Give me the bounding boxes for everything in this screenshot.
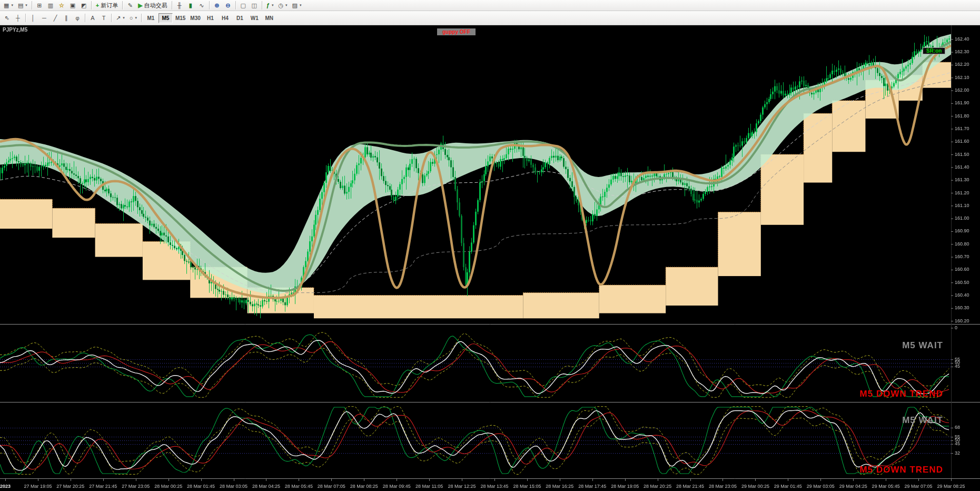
terminal-icon: ▣ xyxy=(70,3,75,8)
text-button[interactable]: A xyxy=(87,13,98,23)
horizontal-line-icon: ─ xyxy=(42,15,46,21)
data-window-icon: ▥ xyxy=(48,3,53,8)
dropdown-arrow-icon: ▾ xyxy=(25,3,27,7)
cursor-icon: ⇖ xyxy=(4,15,9,21)
periods-button[interactable]: ◷▾ xyxy=(276,1,289,10)
indicator2-wait-label: M5 WAIT xyxy=(902,415,943,426)
toolbar-separator xyxy=(209,1,210,9)
templates-icon: ▨ xyxy=(292,3,298,8)
bar-chart-button[interactable]: ╫ xyxy=(174,1,185,10)
metaeditor-button[interactable]: ✎ xyxy=(125,1,135,10)
chart-window: PJPYz,M5 guppy OFF SR:on M5 WAIT M5 DOWN… xyxy=(0,25,980,491)
toolbar-main: ▦▾▤▾⊞▥☆▣◩+新订单✎▶自动交易╫▮∿⊕⊖▢◫ƒ▾◷▾▨▾ xyxy=(0,0,980,11)
symbol-period-label: PJPYz,M5 xyxy=(3,27,27,33)
new-chart-button[interactable]: ▦▾ xyxy=(2,1,15,10)
indicators-icon: ƒ xyxy=(266,3,270,8)
bar-chart-icon: ╫ xyxy=(177,3,182,8)
toolbar-separator xyxy=(25,14,26,22)
dropdown-arrow-icon: ▾ xyxy=(135,16,137,20)
tile-windows-icon: ▢ xyxy=(241,3,246,8)
toolbar-separator xyxy=(91,1,92,9)
horizontal-line-button[interactable]: ─ xyxy=(39,13,50,23)
indicators-button[interactable]: ƒ▾ xyxy=(264,1,276,10)
candlestick-chart-button[interactable]: ▮ xyxy=(185,1,196,10)
autotrading-icon: ▶ xyxy=(138,3,142,8)
timeframe-h4-button[interactable]: H4 xyxy=(218,13,232,23)
dropdown-arrow-icon: ▾ xyxy=(11,3,13,7)
shape-tools-button[interactable]: ○▾ xyxy=(127,13,139,23)
guppy-toggle-badge[interactable]: guppy OFF xyxy=(437,28,476,35)
new-order-label: 新订单 xyxy=(101,2,118,9)
profiles-button[interactable]: ▤▾ xyxy=(16,1,29,10)
zoom-in-button[interactable]: ⊕ xyxy=(212,1,222,10)
crosshair-icon: ┼ xyxy=(16,15,20,21)
dropdown-arrow-icon: ▾ xyxy=(272,3,274,7)
toolbar-separator xyxy=(111,14,112,22)
cursor-button[interactable]: ⇖ xyxy=(2,13,12,23)
metaeditor-icon: ✎ xyxy=(128,3,133,8)
timeframe-mn-button[interactable]: MN xyxy=(262,13,276,23)
zoom-out-icon: ⊖ xyxy=(225,3,230,8)
timeframe-m5-button[interactable]: M5 xyxy=(159,13,173,23)
toolbar-separator xyxy=(262,1,262,9)
autotrading-button[interactable]: ▶自动交易 xyxy=(136,1,169,10)
new-order-button[interactable]: +新订单 xyxy=(94,1,120,10)
trendline-button[interactable]: ╱ xyxy=(50,13,61,23)
indicator1-trend-label: M5 DOWN TREND xyxy=(860,389,943,399)
toolbar-drawing-timeframes: ⇖┼│─╱∥φAT↗▾○▾ M1M5M15M30H1H4D1W1MN xyxy=(0,11,980,25)
toolbar-separator xyxy=(85,14,85,22)
profiles-icon: ▤ xyxy=(18,3,23,8)
dropdown-arrow-icon: ▾ xyxy=(300,3,302,7)
timeframe-m15-button[interactable]: M15 xyxy=(173,13,187,23)
data-window-button[interactable]: ▥ xyxy=(45,1,56,10)
drawing-toolbar: ⇖┼│─╱∥φAT↗▾○▾ xyxy=(2,11,143,25)
tile-windows-button[interactable]: ▢ xyxy=(238,1,249,10)
cascade-windows-icon: ◫ xyxy=(252,3,257,8)
toolbar-separator xyxy=(172,1,172,9)
arrow-tools-icon: ↗ xyxy=(116,15,121,21)
timeframe-d1-button[interactable]: D1 xyxy=(233,13,247,23)
strategy-tester-icon: ◩ xyxy=(81,3,86,8)
toolbar-separator xyxy=(122,1,123,9)
line-chart-button[interactable]: ∿ xyxy=(196,1,207,10)
mt4-window: ▦▾▤▾⊞▥☆▣◩+新订单✎▶自动交易╫▮∿⊕⊖▢◫ƒ▾◷▾▨▾ ⇖┼│─╱∥φ… xyxy=(0,0,980,491)
candlestick-chart-icon: ▮ xyxy=(189,3,192,8)
timeframe-toolbar: M1M5M15M30H1H4D1W1MN xyxy=(144,11,276,25)
navigator-icon: ☆ xyxy=(59,3,64,8)
timeframe-w1-button[interactable]: W1 xyxy=(248,13,262,23)
autotrading-label: 自动交易 xyxy=(144,2,167,9)
fibonacci-retracement-icon: φ xyxy=(75,15,79,21)
timeframe-h1-button[interactable]: H1 xyxy=(203,13,217,23)
dropdown-arrow-icon: ▾ xyxy=(285,3,288,7)
navigator-button[interactable]: ☆ xyxy=(56,1,67,10)
timeframe-m1-button[interactable]: M1 xyxy=(144,13,158,23)
toolbar-separator xyxy=(235,1,236,9)
new-order-icon: + xyxy=(96,3,99,8)
chart-canvas[interactable] xyxy=(0,25,980,491)
vertical-line-button[interactable]: │ xyxy=(28,13,38,23)
zoom-in-icon: ⊕ xyxy=(214,3,219,8)
trendline-icon: ╱ xyxy=(54,15,57,21)
new-chart-icon: ▦ xyxy=(4,3,9,8)
fibonacci-retracement-button[interactable]: φ xyxy=(72,13,83,23)
zoom-out-button[interactable]: ⊖ xyxy=(223,1,233,10)
market-watch-button[interactable]: ⊞ xyxy=(34,1,45,10)
crosshair-button[interactable]: ┼ xyxy=(13,13,23,23)
toolbar-separator xyxy=(32,1,32,9)
strategy-tester-button[interactable]: ◩ xyxy=(78,1,89,10)
sr-toggle-badge[interactable]: SR:on xyxy=(923,47,945,54)
shape-tools-icon: ○ xyxy=(130,15,133,21)
equidistant-channel-button[interactable]: ∥ xyxy=(61,13,72,23)
indicator2-trend-label: M5 DOWN TREND xyxy=(860,465,943,475)
toolbar-separator xyxy=(141,14,142,22)
dropdown-arrow-icon: ▾ xyxy=(123,16,125,20)
terminal-button[interactable]: ▣ xyxy=(67,1,78,10)
cascade-windows-button[interactable]: ◫ xyxy=(249,1,260,10)
text-label-icon: T xyxy=(102,15,106,21)
text-label-button[interactable]: T xyxy=(98,13,109,23)
indicator1-wait-label: M5 WAIT xyxy=(902,340,943,351)
templates-button[interactable]: ▨▾ xyxy=(290,1,304,10)
arrow-tools-button[interactable]: ↗▾ xyxy=(114,13,127,23)
periods-icon: ◷ xyxy=(278,3,283,8)
timeframe-m30-button[interactable]: M30 xyxy=(188,13,202,23)
